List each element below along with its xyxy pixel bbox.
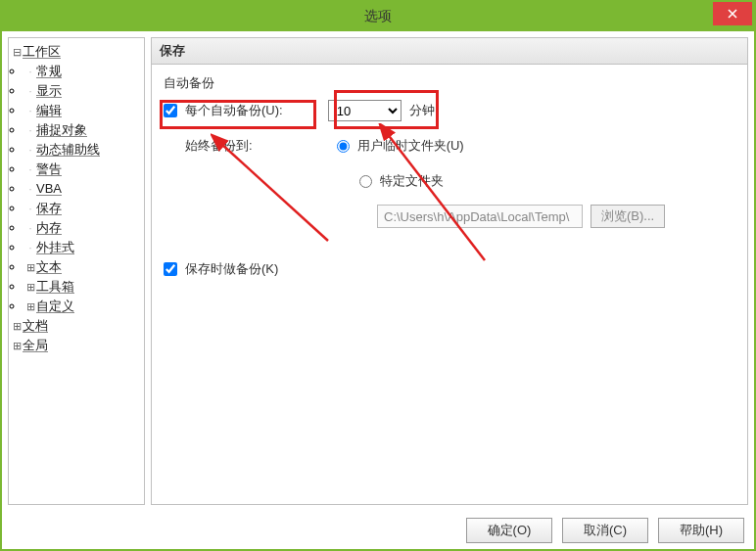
dialog-body: ⊟ 工作区 ·常规·显示·编辑·捕捉对象·动态辅助线·警告·VBA·保存·内存·…	[2, 31, 754, 511]
tree-label: 自定义	[36, 297, 74, 316]
tree-label: 编辑	[36, 101, 62, 120]
backup-on-save-checkbox[interactable]	[164, 262, 177, 276]
tree-label: 内存	[36, 218, 62, 238]
tree-node[interactable]: ·保存	[24, 199, 142, 218]
tree-node[interactable]: ·VBA	[24, 179, 142, 199]
tree-leaf-icon: ·	[24, 179, 36, 199]
always-backup-to-label: 始终备份到:	[185, 137, 253, 155]
radio-user-temp[interactable]	[337, 140, 350, 153]
window-title: 选项	[2, 8, 754, 25]
tree-node[interactable]: ⊞自定义	[24, 297, 142, 316]
browse-button: 浏览(B)...	[591, 205, 665, 228]
section-autobackup-label: 自动备份	[164, 74, 735, 92]
interval-unit-label: 分钟	[409, 102, 435, 119]
tree-leaf-icon: ·	[24, 101, 36, 120]
expander-icon[interactable]: ⊞	[11, 316, 23, 336]
tree-label: VBA	[36, 179, 62, 199]
radio-specific-folder[interactable]	[359, 175, 372, 188]
expander-icon[interactable]: ⊞	[11, 336, 23, 355]
options-dialog: 选项 ⊟ 工作区 ·常规·显示·编辑·捕捉对象·动态辅助线·警告·VBA·保存·…	[0, 0, 756, 551]
tree-node[interactable]: ·常规	[24, 62, 142, 81]
tree-label: 保存	[36, 199, 62, 218]
tree-node-global[interactable]: ⊞ 全局	[11, 336, 142, 355]
tree-label: 捕捉对象	[36, 120, 87, 140]
autobackup-checkbox[interactable]	[164, 104, 177, 117]
interval-combo[interactable]: 10	[328, 100, 402, 121]
tree-node[interactable]: ⊞文本	[24, 257, 142, 277]
tree-leaf-icon: ·	[24, 81, 36, 101]
tree-node[interactable]: ·编辑	[24, 101, 142, 120]
close-icon	[728, 9, 737, 19]
tree-leaf-icon: ·	[24, 218, 36, 238]
expander-icon[interactable]: ⊞	[24, 297, 36, 316]
content-panel: 保存 自动备份 每个自动备份(U): 10 分钟 始终备份到: 用户临时文	[151, 37, 748, 505]
expander-icon[interactable]: ⊞	[24, 257, 36, 277]
tree-node[interactable]: ·内存	[24, 218, 142, 238]
radio-user-temp-label: 用户临时文件夹(U)	[357, 137, 464, 155]
tree-node[interactable]: ·显示	[24, 81, 142, 101]
tree-label: 工作区	[23, 42, 61, 62]
tree-leaf-icon: ·	[24, 238, 36, 257]
tree-node[interactable]: ·捕捉对象	[24, 120, 142, 140]
tree-leaf-icon: ·	[24, 62, 36, 81]
titlebar: 选项	[2, 2, 754, 31]
tree-label: 警告	[36, 160, 62, 179]
tree-label: 动态辅助线	[36, 140, 100, 160]
tree-node[interactable]: ⊞工具箱	[24, 277, 142, 297]
tree-leaf-icon: ·	[24, 199, 36, 218]
category-tree[interactable]: ⊟ 工作区 ·常规·显示·编辑·捕捉对象·动态辅助线·警告·VBA·保存·内存·…	[8, 37, 145, 505]
cancel-button[interactable]: 取消(C)	[562, 518, 648, 543]
tree-label: 外挂式	[36, 238, 74, 257]
autobackup-label: 每个自动备份(U):	[185, 102, 283, 119]
ok-button[interactable]: 确定(O)	[466, 518, 552, 543]
tree-label: 常规	[36, 62, 62, 81]
tree-leaf-icon: ·	[24, 120, 36, 140]
expander-icon[interactable]: ⊞	[24, 277, 36, 297]
expander-icon[interactable]: ⊟	[11, 42, 23, 62]
content-header: 保存	[152, 38, 747, 65]
tree-node[interactable]: ·外挂式	[24, 238, 142, 257]
tree-label: 显示	[36, 81, 62, 101]
content-body: 自动备份 每个自动备份(U): 10 分钟 始终备份到: 用户临时文件夹(U)	[152, 65, 747, 301]
tree-node[interactable]: ·动态辅助线	[24, 140, 142, 160]
backup-on-save-label: 保存时做备份(K)	[185, 260, 278, 278]
tree-node-document[interactable]: ⊞ 文档	[11, 316, 142, 336]
tree-label: 工具箱	[36, 277, 74, 297]
tree-label: 文档	[23, 316, 48, 336]
tree-leaf-icon: ·	[24, 140, 36, 160]
dialog-footer: 确定(O) 取消(C) 帮助(H)	[466, 518, 744, 543]
tree-node[interactable]: ·警告	[24, 160, 142, 179]
tree-node-workspace[interactable]: ⊟ 工作区	[11, 42, 142, 62]
close-button[interactable]	[713, 2, 752, 25]
tree-label: 文本	[36, 257, 62, 277]
path-input	[377, 205, 583, 228]
tree-label: 全局	[23, 336, 48, 355]
tree-leaf-icon: ·	[24, 160, 36, 179]
help-button[interactable]: 帮助(H)	[658, 518, 744, 543]
radio-specific-folder-label: 特定文件夹	[380, 172, 444, 190]
